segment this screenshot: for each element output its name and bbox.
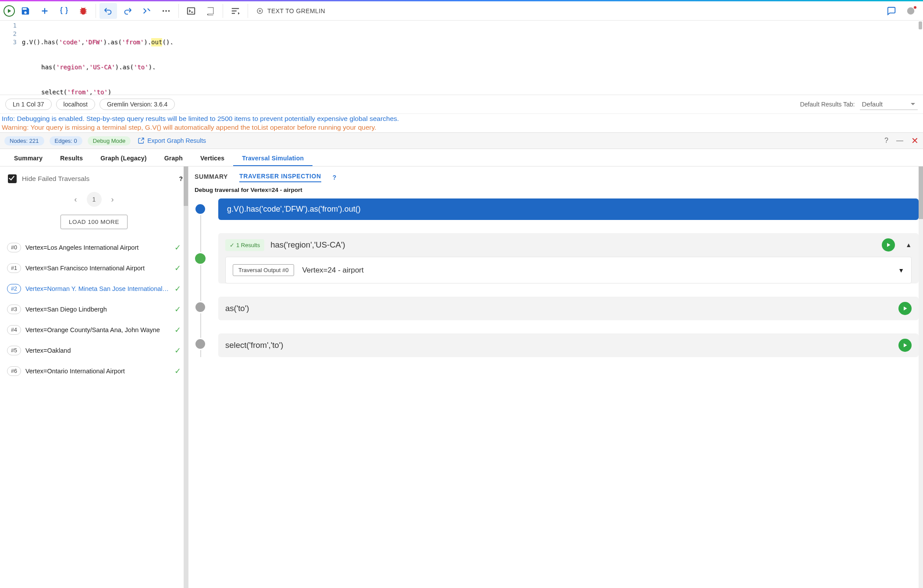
- hide-failed-label: Hide Failed Traversals: [22, 175, 174, 183]
- secondary-bar: Nodes: 221 Edges: 0 Debug Mode Export Gr…: [0, 132, 923, 149]
- tab-graph-legacy[interactable]: Graph (Legacy): [92, 150, 156, 166]
- add-icon[interactable]: [36, 3, 53, 19]
- ellipsis-icon[interactable]: [157, 3, 175, 19]
- console-icon[interactable]: [182, 3, 200, 19]
- debug-mode-chip: Debug Mode: [88, 136, 131, 145]
- vertex-list: #0 Vertex=Los Angeles International Airp…: [0, 235, 188, 383]
- chevron-up-icon[interactable]: ▲: [905, 241, 912, 248]
- help-icon[interactable]: ?: [884, 137, 888, 145]
- next-page-button[interactable]: ›: [111, 195, 114, 204]
- list-item[interactable]: #2 Vertex=Norman Y. Mineta San Jose Inte…: [7, 278, 184, 299]
- text-to-gremlin-button[interactable]: TEXT TO GREMLIN: [252, 3, 330, 19]
- help-icon[interactable]: ?: [333, 174, 337, 181]
- step-code: select('from','to'): [225, 340, 283, 350]
- svg-point-2: [168, 10, 170, 12]
- list-item[interactable]: #0 Vertex=Los Angeles International Airp…: [7, 237, 184, 258]
- undo-icon[interactable]: [99, 3, 117, 19]
- code-editor[interactable]: 1 2 3 g.V().has('code','DFW').as('from')…: [0, 21, 923, 95]
- list-item[interactable]: #1 Vertex=San Francisco International Ai…: [7, 258, 184, 278]
- svg-point-0: [163, 10, 164, 12]
- run-step-button[interactable]: [898, 302, 912, 315]
- bug-icon[interactable]: [75, 3, 92, 19]
- tab-graph[interactable]: Graph: [156, 150, 192, 166]
- debug-target-label: Debug traversal for Vertex=24 - airport: [193, 184, 919, 198]
- run-query-button[interactable]: [4, 5, 15, 17]
- traversal-list-pane: Hide Failed Traversals ? ‹ 1 › LOAD 100 …: [0, 166, 188, 588]
- list-item[interactable]: #5 Vertex=Oakland ✓: [7, 340, 184, 361]
- status-icon[interactable]: [902, 3, 919, 19]
- braces-icon[interactable]: [55, 3, 73, 19]
- load-more-button[interactable]: LOAD 100 MORE: [60, 215, 128, 229]
- tab-results[interactable]: Results: [51, 150, 92, 166]
- results-tabs: Summary Results Graph (Legacy) Graph Ver…: [0, 149, 923, 166]
- run-step-button[interactable]: [898, 339, 912, 352]
- subtab-summary[interactable]: SUMMARY: [195, 173, 228, 182]
- save-icon[interactable]: [17, 3, 34, 19]
- check-icon: ✓: [174, 346, 181, 355]
- output-text: Vertex=24 - airport: [302, 266, 363, 275]
- edges-chip: Edges: 0: [50, 136, 82, 145]
- results-chip: ✓ 1 Results: [225, 239, 264, 251]
- check-icon: ✓: [174, 263, 181, 273]
- warning-message: Warning: Your query is missing a termina…: [0, 123, 923, 131]
- info-message: Info: Debugging is enabled. Step-by-step…: [0, 114, 923, 123]
- format-icon[interactable]: [227, 3, 244, 19]
- step-code: has('region','US-CA'): [270, 240, 345, 250]
- close-icon[interactable]: ✕: [911, 135, 919, 146]
- toolbar: TEXT TO GREMLIN: [0, 1, 923, 21]
- scrollbar-indicator[interactable]: [919, 21, 922, 29]
- tab-vertices[interactable]: Vertices: [192, 150, 233, 166]
- scrollbar[interactable]: [919, 166, 923, 588]
- prev-page-button[interactable]: ‹: [75, 195, 77, 204]
- list-item[interactable]: #4 Vertex=Orange County/Santa Ana, John …: [7, 319, 184, 340]
- check-icon: ✓: [174, 366, 181, 376]
- line-gutter: 1 2 3: [0, 21, 22, 95]
- step-card: ✓ 1 Results has('region','US-CA') ▲ Trav…: [218, 233, 919, 283]
- traversal-output-row[interactable]: Traversal Output #0 Vertex=24 - airport …: [225, 257, 912, 283]
- pagination: ‹ 1 ›: [0, 192, 188, 207]
- list-item[interactable]: #6 Vertex=Ontario International Airport …: [7, 361, 184, 381]
- check-icon: ✓: [174, 243, 181, 252]
- chevron-down-icon[interactable]: ▼: [898, 267, 904, 274]
- output-badge: Traversal Output #0: [233, 264, 294, 276]
- check-icon: ✓: [174, 325, 181, 335]
- tab-traversal-simulation[interactable]: Traversal Simulation: [233, 150, 312, 166]
- traversal-inspect-pane: SUMMARY TRAVERSER INSPECTION ? Debug tra…: [188, 166, 923, 588]
- scrollbar[interactable]: [184, 166, 188, 588]
- svg-rect-3: [188, 7, 195, 14]
- minimize-icon[interactable]: —: [896, 137, 903, 145]
- step-card: select('from','to'): [218, 333, 919, 357]
- svg-point-1: [165, 10, 167, 12]
- hide-failed-checkbox[interactable]: [8, 174, 17, 183]
- tab-summary[interactable]: Summary: [5, 150, 51, 166]
- hero-step: g.V().has('code','DFW').as('from').out(): [218, 198, 919, 220]
- text-to-gremlin-label: TEXT TO GREMLIN: [267, 7, 325, 14]
- step-icon[interactable]: [138, 3, 156, 19]
- default-results-select[interactable]: Default: [860, 99, 918, 110]
- export-graph-button[interactable]: Export Graph Results: [138, 137, 206, 144]
- list-item[interactable]: #3 Vertex=San Diego Lindbergh ✓: [7, 299, 184, 319]
- check-icon: ✓: [174, 305, 181, 314]
- nodes-chip: Nodes: 221: [4, 136, 44, 145]
- redo-icon[interactable]: [119, 3, 136, 19]
- step-code: as('to'): [225, 304, 249, 313]
- current-page: 1: [87, 192, 102, 207]
- step-card: as('to'): [218, 297, 919, 320]
- help-icon[interactable]: ?: [179, 175, 183, 182]
- book-icon[interactable]: [202, 3, 219, 19]
- subtab-inspection[interactable]: TRAVERSER INSPECTION: [239, 173, 321, 182]
- check-icon: ✓: [174, 284, 181, 294]
- comment-icon[interactable]: [883, 3, 900, 19]
- run-step-button[interactable]: [882, 238, 895, 251]
